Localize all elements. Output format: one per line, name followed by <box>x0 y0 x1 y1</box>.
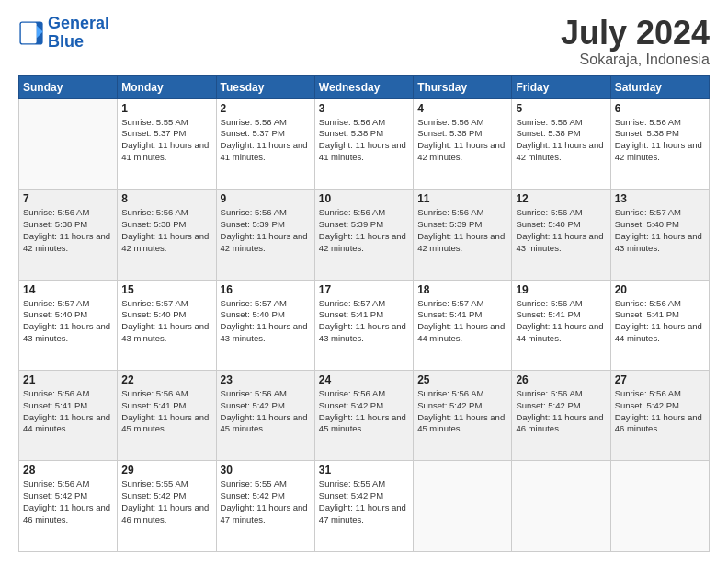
calendar-week-row: 28Sunrise: 5:56 AMSunset: 5:42 PMDayligh… <box>19 461 710 552</box>
table-row: 30Sunrise: 5:55 AMSunset: 5:42 PMDayligh… <box>216 461 314 552</box>
day-number: 23 <box>221 373 311 386</box>
day-number: 11 <box>417 192 507 205</box>
table-row: 3Sunrise: 5:56 AMSunset: 5:38 PMDaylight… <box>314 98 413 189</box>
day-info: Sunrise: 5:56 AMSunset: 5:41 PMDaylight:… <box>516 298 606 345</box>
table-row: 4Sunrise: 5:56 AMSunset: 5:38 PMDaylight… <box>414 98 512 189</box>
day-info: Sunrise: 5:57 AMSunset: 5:41 PMDaylight:… <box>417 298 507 345</box>
logo-line1: General <box>48 14 109 32</box>
day-number: 30 <box>221 464 311 477</box>
day-info: Sunrise: 5:56 AMSunset: 5:38 PMDaylight:… <box>23 207 113 254</box>
col-wednesday: Wednesday <box>314 75 413 98</box>
logo: General Blue <box>18 15 109 52</box>
table-row: 14Sunrise: 5:57 AMSunset: 5:40 PMDayligh… <box>19 280 118 370</box>
day-info: Sunrise: 5:56 AMSunset: 5:41 PMDaylight:… <box>23 388 113 435</box>
day-info: Sunrise: 5:55 AMSunset: 5:42 PMDaylight:… <box>221 478 311 525</box>
calendar-week-row: 14Sunrise: 5:57 AMSunset: 5:40 PMDayligh… <box>19 280 710 370</box>
day-info: Sunrise: 5:57 AMSunset: 5:41 PMDaylight:… <box>319 298 409 345</box>
day-number: 3 <box>319 102 409 115</box>
table-row: 27Sunrise: 5:56 AMSunset: 5:42 PMDayligh… <box>610 371 709 461</box>
day-number: 25 <box>417 373 507 386</box>
day-info: Sunrise: 5:56 AMSunset: 5:39 PMDaylight:… <box>221 207 311 254</box>
table-row: 8Sunrise: 5:56 AMSunset: 5:38 PMDaylight… <box>118 190 216 280</box>
title-month: July 2024 <box>561 15 710 52</box>
day-info: Sunrise: 5:56 AMSunset: 5:38 PMDaylight:… <box>319 117 409 164</box>
table-row <box>610 461 709 552</box>
day-number: 31 <box>319 464 409 477</box>
day-number: 29 <box>121 464 211 477</box>
day-number: 7 <box>23 192 113 205</box>
title-block: July 2024 Sokaraja, Indonesia <box>561 15 710 68</box>
day-info: Sunrise: 5:55 AMSunset: 5:42 PMDaylight:… <box>319 478 409 525</box>
day-number: 16 <box>221 283 311 296</box>
day-number: 1 <box>121 102 211 115</box>
table-row: 2Sunrise: 5:56 AMSunset: 5:37 PMDaylight… <box>216 98 314 189</box>
day-number: 12 <box>516 192 606 205</box>
table-row: 20Sunrise: 5:56 AMSunset: 5:41 PMDayligh… <box>610 280 709 370</box>
table-row: 12Sunrise: 5:56 AMSunset: 5:40 PMDayligh… <box>512 190 610 280</box>
day-number: 9 <box>221 192 311 205</box>
svg-rect-2 <box>21 23 37 43</box>
table-row: 26Sunrise: 5:56 AMSunset: 5:42 PMDayligh… <box>512 371 610 461</box>
day-info: Sunrise: 5:57 AMSunset: 5:40 PMDaylight:… <box>221 298 311 345</box>
table-row: 15Sunrise: 5:57 AMSunset: 5:40 PMDayligh… <box>118 280 216 370</box>
day-info: Sunrise: 5:56 AMSunset: 5:38 PMDaylight:… <box>516 117 606 164</box>
day-number: 4 <box>417 102 507 115</box>
day-number: 8 <box>121 192 211 205</box>
day-info: Sunrise: 5:56 AMSunset: 5:38 PMDaylight:… <box>417 117 507 164</box>
day-number: 14 <box>23 283 113 296</box>
table-row: 6Sunrise: 5:56 AMSunset: 5:38 PMDaylight… <box>610 98 709 189</box>
table-row: 31Sunrise: 5:55 AMSunset: 5:42 PMDayligh… <box>314 461 413 552</box>
day-info: Sunrise: 5:56 AMSunset: 5:41 PMDaylight:… <box>121 388 211 435</box>
day-info: Sunrise: 5:56 AMSunset: 5:42 PMDaylight:… <box>319 388 409 435</box>
day-info: Sunrise: 5:56 AMSunset: 5:41 PMDaylight:… <box>615 298 705 345</box>
day-number: 28 <box>23 464 113 477</box>
table-row <box>19 98 118 189</box>
day-info: Sunrise: 5:57 AMSunset: 5:40 PMDaylight:… <box>121 298 211 345</box>
col-tuesday: Tuesday <box>216 75 314 98</box>
table-row: 25Sunrise: 5:56 AMSunset: 5:42 PMDayligh… <box>414 371 512 461</box>
day-info: Sunrise: 5:56 AMSunset: 5:42 PMDaylight:… <box>516 388 606 435</box>
day-number: 24 <box>319 373 409 386</box>
day-number: 17 <box>319 283 409 296</box>
page: General Blue July 2024 Sokaraja, Indones… <box>0 0 728 563</box>
logo-line2: Blue <box>48 33 109 52</box>
calendar-week-row: 7Sunrise: 5:56 AMSunset: 5:38 PMDaylight… <box>19 190 710 280</box>
calendar-table: Sunday Monday Tuesday Wednesday Thursday… <box>18 75 710 552</box>
col-saturday: Saturday <box>610 75 709 98</box>
day-info: Sunrise: 5:56 AMSunset: 5:38 PMDaylight:… <box>121 207 211 254</box>
logo-icon <box>18 20 44 46</box>
day-info: Sunrise: 5:56 AMSunset: 5:37 PMDaylight:… <box>221 117 311 164</box>
table-row: 24Sunrise: 5:56 AMSunset: 5:42 PMDayligh… <box>314 371 413 461</box>
day-info: Sunrise: 5:55 AMSunset: 5:42 PMDaylight:… <box>121 478 211 525</box>
table-row: 28Sunrise: 5:56 AMSunset: 5:42 PMDayligh… <box>19 461 118 552</box>
day-number: 19 <box>516 283 606 296</box>
table-row: 17Sunrise: 5:57 AMSunset: 5:41 PMDayligh… <box>314 280 413 370</box>
day-info: Sunrise: 5:55 AMSunset: 5:37 PMDaylight:… <box>121 117 211 164</box>
col-monday: Monday <box>118 75 216 98</box>
table-row: 21Sunrise: 5:56 AMSunset: 5:41 PMDayligh… <box>19 371 118 461</box>
day-info: Sunrise: 5:57 AMSunset: 5:40 PMDaylight:… <box>615 207 705 254</box>
day-info: Sunrise: 5:56 AMSunset: 5:42 PMDaylight:… <box>417 388 507 435</box>
day-info: Sunrise: 5:56 AMSunset: 5:40 PMDaylight:… <box>516 207 606 254</box>
day-number: 5 <box>516 102 606 115</box>
day-info: Sunrise: 5:56 AMSunset: 5:39 PMDaylight:… <box>319 207 409 254</box>
day-number: 10 <box>319 192 409 205</box>
table-row: 16Sunrise: 5:57 AMSunset: 5:40 PMDayligh… <box>216 280 314 370</box>
day-number: 13 <box>615 192 705 205</box>
table-row: 23Sunrise: 5:56 AMSunset: 5:42 PMDayligh… <box>216 371 314 461</box>
table-row <box>512 461 610 552</box>
table-row: 18Sunrise: 5:57 AMSunset: 5:41 PMDayligh… <box>414 280 512 370</box>
day-number: 27 <box>615 373 705 386</box>
table-row: 22Sunrise: 5:56 AMSunset: 5:41 PMDayligh… <box>118 371 216 461</box>
title-location: Sokaraja, Indonesia <box>561 52 710 68</box>
day-number: 2 <box>221 102 311 115</box>
table-row: 19Sunrise: 5:56 AMSunset: 5:41 PMDayligh… <box>512 280 610 370</box>
header: General Blue July 2024 Sokaraja, Indones… <box>18 15 710 68</box>
day-info: Sunrise: 5:56 AMSunset: 5:38 PMDaylight:… <box>615 117 705 164</box>
calendar-week-row: 1Sunrise: 5:55 AMSunset: 5:37 PMDaylight… <box>19 98 710 189</box>
calendar-header-row: Sunday Monday Tuesday Wednesday Thursday… <box>19 75 710 98</box>
day-number: 22 <box>121 373 211 386</box>
col-friday: Friday <box>512 75 610 98</box>
table-row: 11Sunrise: 5:56 AMSunset: 5:39 PMDayligh… <box>414 190 512 280</box>
table-row: 7Sunrise: 5:56 AMSunset: 5:38 PMDaylight… <box>19 190 118 280</box>
